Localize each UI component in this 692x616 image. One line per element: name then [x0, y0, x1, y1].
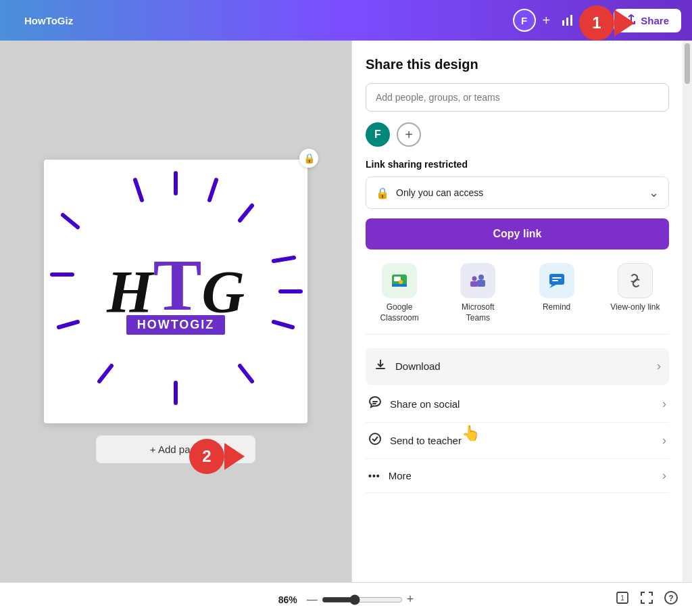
- annotation-circle-2: 2: [189, 439, 224, 474]
- share-icons-row: GoogleClassroom MicrosoftTeams Remind Vi…: [366, 263, 669, 335]
- view-only-link-icon: [618, 263, 653, 298]
- link-sharing-label: Link sharing restricted: [366, 159, 669, 170]
- zoom-level: 86%: [278, 594, 297, 605]
- share-social-chevron-icon: ›: [662, 397, 666, 411]
- google-classroom-label: GoogleClassroom: [380, 302, 418, 323]
- send-teacher-chevron-icon: ›: [662, 433, 666, 448]
- view-only-link-button[interactable]: View-only link: [601, 263, 669, 323]
- svg-rect-1: [566, 18, 568, 26]
- zoom-slider-wrap: — +: [307, 592, 414, 607]
- download-button[interactable]: Download ›: [366, 348, 669, 385]
- svg-point-23: [472, 277, 477, 281]
- zoom-slider[interactable]: [322, 594, 403, 605]
- annotation-2: 2: [189, 439, 245, 474]
- microsoft-teams-button[interactable]: MicrosoftTeams: [444, 263, 512, 323]
- htg-letter-g: G: [201, 262, 245, 322]
- microsoft-teams-label: MicrosoftTeams: [462, 302, 495, 323]
- svg-line-13: [59, 322, 78, 327]
- bottom-icons: 1 ?: [615, 590, 678, 609]
- htg-letter-h: H: [107, 262, 153, 322]
- download-icon: [374, 358, 387, 375]
- collaborators-row: F +: [366, 122, 669, 147]
- share-panel: Share this design F + Link sharing restr…: [351, 41, 683, 582]
- main-area: 🔒: [0, 41, 692, 582]
- svg-point-30: [370, 433, 380, 444]
- svg-marker-26: [549, 285, 556, 288]
- svg-line-15: [63, 215, 78, 227]
- download-label: Download: [395, 360, 441, 372]
- remind-icon: [539, 263, 574, 298]
- more-chevron-icon: ›: [662, 469, 666, 483]
- annotation-1: 1: [579, 5, 635, 41]
- svg-rect-29: [376, 368, 385, 369]
- remind-button[interactable]: Remind: [523, 263, 591, 323]
- scrollbar-thumb[interactable]: [685, 43, 690, 84]
- share-social-button[interactable]: Share on social ›: [366, 386, 669, 423]
- send-teacher-icon: [368, 432, 382, 449]
- htg-logo: H T G HOWTOGIZ: [107, 249, 245, 335]
- design-card: 🔒: [44, 160, 307, 423]
- access-dropdown[interactable]: 🔒 Only you can access ⌄: [366, 176, 669, 209]
- chevron-down-icon: ⌄: [649, 185, 659, 200]
- htg-letter-t: T: [153, 249, 201, 322]
- svg-rect-20: [392, 284, 407, 287]
- pages-icon[interactable]: 1: [615, 590, 630, 609]
- svg-line-9: [274, 322, 293, 327]
- svg-point-19: [399, 280, 403, 284]
- htg-content: H T G HOWTOGIZ: [44, 160, 307, 423]
- share-social-icon: [368, 396, 382, 412]
- google-classroom-button[interactable]: GoogleClassroom: [366, 263, 433, 323]
- more-label: More: [389, 470, 412, 481]
- download-chevron-icon: ›: [657, 359, 661, 373]
- zoom-minus-icon[interactable]: —: [307, 594, 318, 606]
- help-icon[interactable]: ?: [664, 590, 678, 609]
- send-teacher-button[interactable]: Send to teacher ›: [366, 423, 669, 459]
- svg-line-7: [274, 258, 294, 261]
- add-collaborator-button[interactable]: +: [397, 122, 421, 147]
- svg-text:?: ?: [668, 594, 673, 603]
- zoom-plus-icon[interactable]: +: [407, 592, 414, 607]
- svg-rect-2: [570, 15, 572, 26]
- svg-rect-0: [562, 20, 564, 26]
- more-icon: •••: [368, 471, 380, 481]
- scrollbar[interactable]: [683, 41, 692, 582]
- view-only-link-label: View-only link: [610, 302, 660, 313]
- bottom-bar: 86% — + 1 ?: [0, 582, 692, 616]
- svg-point-21: [478, 275, 484, 280]
- annotation-arrow-1-icon: [614, 9, 635, 37]
- collab-avatar: F: [366, 122, 390, 147]
- send-teacher-label: Send to teacher: [390, 435, 462, 446]
- svg-line-5: [209, 180, 216, 200]
- app-title: HowToGiz: [24, 15, 73, 26]
- add-icon[interactable]: +: [543, 13, 551, 28]
- svg-line-6: [240, 206, 252, 220]
- more-button[interactable]: ••• More ›: [366, 459, 669, 493]
- svg-line-16: [135, 180, 142, 200]
- access-label: Only you can access: [396, 187, 483, 198]
- header: HowToGiz F + 1 Share: [0, 0, 692, 41]
- google-classroom-icon: [382, 263, 417, 298]
- svg-rect-27: [552, 277, 562, 279]
- canvas-area: 🔒: [0, 41, 351, 582]
- user-avatar[interactable]: F: [513, 9, 536, 32]
- lock-icon: 🔒: [376, 187, 389, 199]
- annotation-arrow-2-icon: [224, 443, 245, 470]
- fullscreen-icon[interactable]: [639, 590, 654, 609]
- panel-title: Share this design: [366, 57, 669, 72]
- share-social-label: Share on social: [390, 398, 460, 410]
- annotation-circle-1: 1: [579, 5, 614, 41]
- svg-rect-28: [552, 280, 558, 281]
- svg-rect-22: [477, 280, 485, 287]
- htg-badge: HOWTOGIZ: [126, 315, 226, 335]
- share-button-label: Share: [641, 15, 669, 26]
- svg-text:1: 1: [620, 594, 624, 602]
- copy-link-button[interactable]: Copy link: [366, 218, 669, 250]
- remind-label: Remind: [543, 302, 570, 313]
- analytics-icon[interactable]: [557, 11, 578, 30]
- microsoft-teams-icon: [460, 263, 495, 298]
- people-input[interactable]: [366, 83, 669, 112]
- svg-rect-24: [470, 281, 478, 287]
- svg-line-12: [99, 366, 112, 381]
- svg-line-10: [240, 366, 252, 381]
- action-list: Download › Share on social › S: [366, 348, 669, 493]
